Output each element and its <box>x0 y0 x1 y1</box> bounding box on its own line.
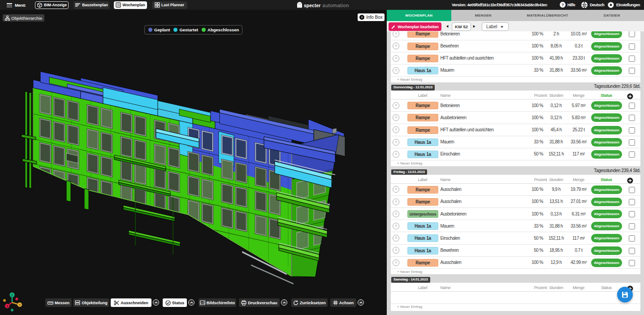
svg-text:i: i <box>362 15 363 19</box>
svg-text:X: X <box>6 305 9 308</box>
svg-text:Z: Z <box>11 293 13 297</box>
svg-text:?: ? <box>562 3 564 7</box>
svg-text:Y: Y <box>19 303 21 306</box>
